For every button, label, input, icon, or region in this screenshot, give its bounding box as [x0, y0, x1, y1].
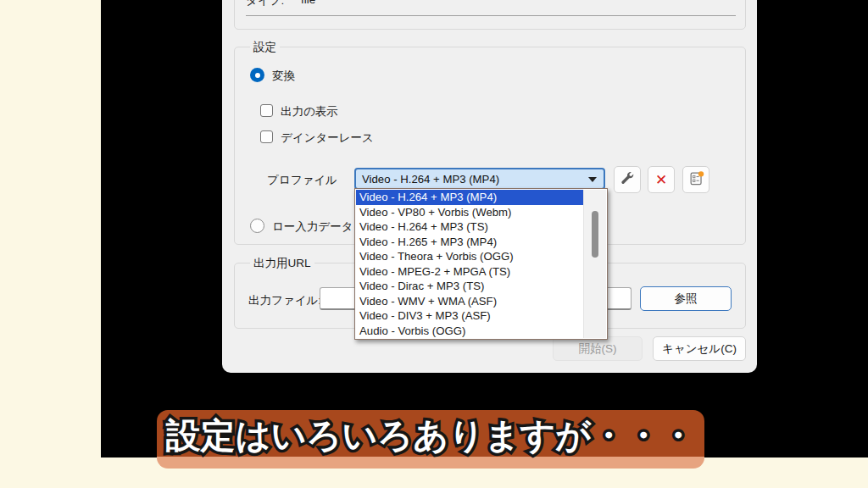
type-value: file: [301, 0, 315, 6]
profile-combobox[interactable]: Video - H.264 + MP3 (MP4): [354, 168, 605, 190]
cancel-button[interactable]: キャンセル(C): [653, 336, 746, 361]
slide-canvas: タイプ: file 設定 変換 出力の表示 デインターレース プロファイル Vi…: [0, 0, 868, 488]
delete-profile-button[interactable]: ✕: [648, 166, 675, 193]
subtitle-text-wrap: 設定はいろいろありますが・・・ 設定はいろいろありますが・・・: [166, 413, 696, 459]
deinterlace-checkbox[interactable]: [260, 130, 273, 143]
separator-line: [246, 15, 736, 16]
display-output-label[interactable]: 出力の表示: [281, 104, 338, 119]
output-file-label: 出力ファイル:: [248, 293, 321, 308]
edit-profile-button[interactable]: [614, 166, 641, 193]
profile-option[interactable]: Video - Theora + Vorbis (OGG): [356, 249, 584, 264]
wrench-icon: [620, 170, 635, 189]
profile-option[interactable]: Video - Dirac + MP3 (TS): [356, 279, 584, 294]
profile-option[interactable]: Video - H.264 + MP3 (TS): [356, 219, 584, 235]
settings-group-title: 設定: [250, 40, 280, 55]
new-profile-button[interactable]: [682, 166, 709, 193]
convert-radio-label[interactable]: 変換: [272, 69, 295, 84]
raw-input-radio-label[interactable]: ロー入力データ: [272, 219, 353, 235]
browse-button[interactable]: 参照: [640, 286, 732, 311]
output-url-group-title: 出力用URL: [250, 256, 314, 271]
deinterlace-label[interactable]: デインターレース: [281, 130, 374, 146]
dropdown-scrollbar[interactable]: [583, 190, 606, 338]
profile-dropdown-list: Video - H.264 + MP3 (MP4)Video - VP80 + …: [354, 188, 608, 340]
new-profile-icon: [688, 170, 704, 190]
profile-option[interactable]: Video - MPEG-2 + MPGA (TS): [356, 264, 584, 280]
chevron-down-icon: [588, 177, 597, 182]
start-button[interactable]: 開始(S): [553, 336, 643, 361]
type-label: タイプ:: [246, 0, 284, 8]
raw-input-radio[interactable]: [250, 219, 264, 233]
convert-radio[interactable]: [250, 68, 264, 82]
profile-option[interactable]: Video - VP80 + Vorbis (Webm): [356, 205, 584, 220]
x-icon: ✕: [655, 173, 667, 187]
profile-option[interactable]: Audio - Vorbis (OGG): [356, 324, 584, 339]
scrollbar-thumb[interactable]: [592, 211, 598, 258]
subtitle-text: 設定はいろいろありますが・・・: [166, 415, 696, 456]
profile-option[interactable]: Video - H.264 + MP3 (MP4): [356, 190, 584, 205]
profile-label: プロファイル: [267, 173, 337, 188]
profile-option[interactable]: Video - DIV3 + MP3 (ASF): [356, 308, 584, 324]
profile-combobox-value: Video - H.264 + MP3 (MP4): [362, 173, 499, 186]
subtitle-caption: 設定はいろいろありますが・・・ 設定はいろいろありますが・・・: [157, 410, 704, 469]
display-output-checkbox[interactable]: [260, 104, 273, 117]
profile-option[interactable]: Video - WMV + WMA (ASF): [356, 294, 584, 309]
profile-option[interactable]: Video - H.265 + MP3 (MP4): [356, 235, 584, 250]
